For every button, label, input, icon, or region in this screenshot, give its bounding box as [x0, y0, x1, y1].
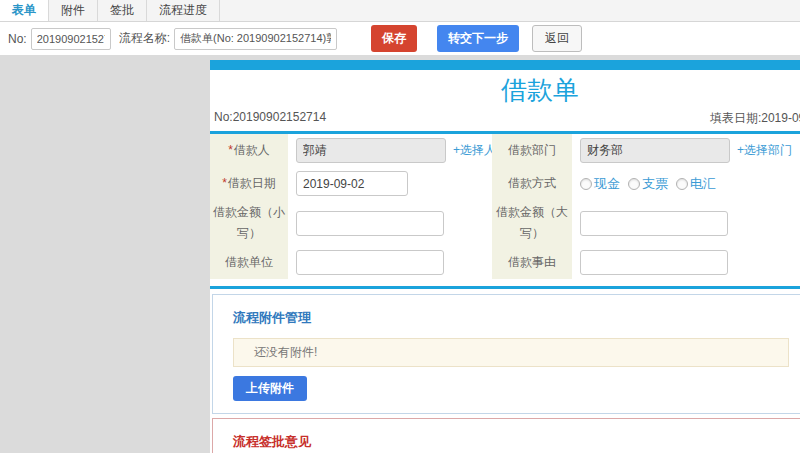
borrower-label: *借款人 [210, 134, 288, 167]
radio-cheque[interactable]: 支票 [628, 175, 668, 193]
radio-circle-icon[interactable] [580, 178, 592, 190]
radio-circle-icon[interactable] [628, 178, 640, 190]
back-button[interactable]: 返回 [532, 25, 582, 52]
radio-cash[interactable]: 现金 [580, 175, 620, 193]
transfer-next-step-button[interactable]: 转交下一步 [437, 25, 519, 52]
form-top-accent-bar [210, 60, 800, 70]
loan-unit-label: 借款单位 [210, 246, 288, 279]
form-date-text: 填表日期:2019-09-02 15:27:1 [710, 110, 800, 127]
amount-lowercase-label: 借款金额（小写） [210, 200, 288, 246]
loan-form-document: 借款单 No:20190902152714 填表日期:2019-09-02 15… [210, 60, 800, 453]
form-bottom-accent-bar [210, 286, 800, 289]
process-name-label: 流程名称: [119, 30, 170, 47]
tab-approval[interactable]: 签批 [98, 0, 147, 21]
form-title: 借款单 [210, 70, 800, 109]
loan-method-label: 借款方式 [492, 167, 572, 200]
tab-bar: 表单 附件 签批 流程进度 [0, 0, 800, 22]
tab-attachment[interactable]: 附件 [49, 0, 98, 21]
no-label: No: [8, 32, 27, 46]
department-input[interactable] [580, 138, 730, 163]
attachment-panel-title: 流程附件管理 [233, 309, 789, 327]
form-fields: *借款人 +选择人员 借款部门 +选择部门 *借款日期 借款方式 [210, 134, 800, 279]
loan-reason-label: 借款事由 [492, 246, 572, 279]
tab-form[interactable]: 表单 [0, 0, 49, 21]
no-input[interactable] [31, 28, 111, 50]
required-mark: * [222, 176, 227, 190]
loan-method-radio-group: 现金 支票 电汇 [580, 175, 716, 193]
approval-panel: 流程签批意见 B I abc [212, 418, 800, 453]
upload-attachment-button[interactable]: 上传附件 [233, 376, 307, 401]
toolbar: No: 流程名称: 保存 转交下一步 返回 [0, 22, 800, 55]
radio-circle-icon[interactable] [676, 178, 688, 190]
loan-date-label: *借款日期 [210, 167, 288, 200]
approval-panel-title: 流程签批意见 [233, 433, 789, 451]
amount-uppercase-input[interactable] [580, 211, 728, 236]
form-no-text: No:20190902152714 [214, 110, 326, 127]
borrower-input[interactable] [296, 138, 446, 163]
page-background: 借款单 No:20190902152714 填表日期:2019-09-02 15… [0, 55, 800, 453]
amount-lowercase-input[interactable] [296, 211, 444, 236]
tab-process-progress[interactable]: 流程进度 [147, 0, 220, 21]
loan-unit-input[interactable] [296, 250, 444, 275]
loan-date-input[interactable] [296, 171, 408, 196]
no-attachment-alert: 还没有附件! [233, 338, 789, 367]
amount-uppercase-label: 借款金额（大写） [492, 200, 572, 246]
select-department-link[interactable]: +选择部门 [737, 142, 792, 159]
required-mark: * [228, 143, 233, 157]
department-label: 借款部门 [492, 134, 572, 167]
process-name-input[interactable] [174, 28, 337, 50]
attachment-panel: 流程附件管理 还没有附件! 上传附件 [212, 294, 800, 414]
save-button[interactable]: 保存 [371, 25, 417, 52]
loan-reason-input[interactable] [580, 250, 728, 275]
radio-wire-transfer[interactable]: 电汇 [676, 175, 716, 193]
